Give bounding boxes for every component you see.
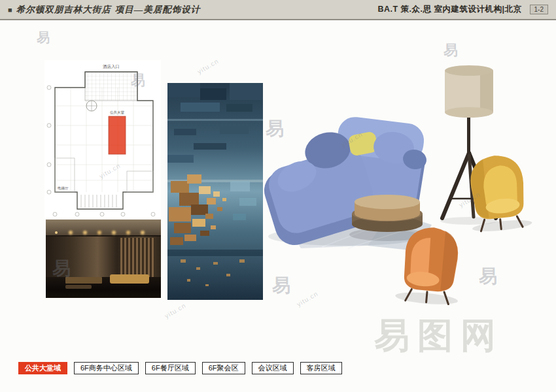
lobby-sofa <box>110 274 149 284</box>
project-subtitle: 项目—美居配饰设计 <box>115 4 201 16</box>
title-square-marker: ■ <box>8 6 12 14</box>
watermark-url: yitu.cn <box>164 302 188 319</box>
tab-public-lobby[interactable]: 公共大堂域 <box>18 362 67 374</box>
plan-entrance-label: 酒店入口 <box>103 64 120 69</box>
watermark-logo: 易 <box>479 264 497 289</box>
plan-elevator-label: 电梯厅 <box>58 186 69 190</box>
project-title: 希尔顿双朋吉林大街店 <box>16 4 111 16</box>
tab-guestroom-area[interactable]: 客房区域 <box>300 362 342 374</box>
tab-6f-gathering[interactable]: 6F聚会区 <box>202 362 245 374</box>
section-tab-bar: 公共大堂域 6F商务中心区域 6F餐厅区域 6F聚会区 会议区域 客房区域 <box>18 362 342 374</box>
lobby-table <box>65 285 92 289</box>
tab-6f-restaurant[interactable]: 6F餐厅区域 <box>145 362 196 374</box>
lobby-ceiling-lights <box>55 231 58 234</box>
watermark-site-name: 易图网 <box>374 312 504 360</box>
lobby-ceiling <box>46 220 161 237</box>
lobby-photo-thumbnail <box>46 220 161 298</box>
watermark-url: yitu.cn <box>296 290 320 308</box>
watermark-logo: 易 <box>37 29 50 46</box>
watermark-logo: 易 <box>272 273 290 298</box>
lobby-wood-slats <box>120 238 154 277</box>
tab-6f-business-center[interactable]: 6F商务中心区域 <box>74 362 139 374</box>
page-number-badge: 1-2 <box>530 5 548 14</box>
plan-highlight-lobby <box>109 116 126 154</box>
abstract-art-image <box>167 83 263 300</box>
abstract-art-panel <box>167 83 263 300</box>
studio-brand-text: BA.T 策.众.思 室内建筑设计机构|北京 <box>377 4 521 15</box>
page-title: ■ 希尔顿双朋吉林大街店 项目—美居配饰设计 <box>8 4 200 16</box>
floor-plan-thumbnail: 酒店入口 公共大堂 电梯厅 <box>44 60 161 218</box>
watermark-logo: 易 <box>443 41 458 60</box>
floor-plan-drawing: 酒店入口 公共大堂 电梯厅 <box>44 60 161 218</box>
header-bar: ■ 希尔顿双朋吉林大街店 项目—美居配饰设计 BA.T 策.众.思 室内建筑设计… <box>0 0 556 20</box>
header-right: BA.T 策.众.思 室内建筑设计机构|北京 1-2 <box>377 4 548 15</box>
watermark-url: yitu.cn <box>196 57 220 75</box>
orange-armchair-image <box>388 219 473 305</box>
tab-meeting-area[interactable]: 会议区域 <box>252 362 294 374</box>
orange-armchair-render <box>388 219 473 305</box>
plan-area-label: 公共大堂 <box>110 110 125 115</box>
